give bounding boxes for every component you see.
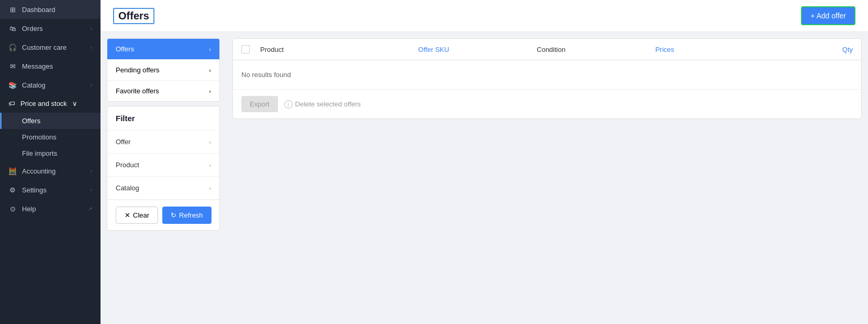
sidebar-item-price-and-stock[interactable]: 🏷 Price and stock ∨: [0, 94, 101, 113]
mail-icon: ✉: [8, 62, 17, 70]
submenu-item-label: Favorite offers: [116, 87, 159, 95]
clear-button[interactable]: ✕ Clear: [116, 207, 158, 224]
sidebar-item-messages[interactable]: ✉ Messages: [0, 57, 101, 75]
submenu-item-label: Pending offers: [116, 66, 160, 74]
sidebar: ⊞ Dashboard 🛍 Orders › 🎧 Customer care ›…: [0, 0, 101, 324]
sidebar-item-catalog[interactable]: 📚 Catalog ›: [0, 75, 101, 94]
x-icon: ✕: [125, 211, 130, 219]
book-icon: 📚: [8, 81, 17, 89]
chevron-right-icon: ›: [91, 26, 92, 31]
sidebar-item-accounting[interactable]: 🧮 Accounting ›: [0, 161, 101, 180]
filter-section-label: Offer: [116, 138, 131, 146]
sidebar-item-label: Accounting: [22, 167, 85, 175]
chevron-right-icon: ›: [91, 168, 92, 174]
sidebar-item-label: Dashboard: [22, 6, 92, 14]
info-icon: i: [284, 100, 293, 109]
column-product: Product: [260, 46, 418, 53]
table-header: Product Offer SKU Condition Prices Qty: [233, 39, 861, 60]
filter-section-label: Catalog: [116, 184, 139, 192]
shopping-bag-icon: 🛍: [8, 24, 17, 33]
sidebar-item-label: Messages: [22, 62, 92, 70]
submenu-item-offers[interactable]: Offers ›: [107, 39, 219, 60]
sidebar-item-help[interactable]: ⊙ Help ↗: [0, 199, 101, 218]
chevron-right-icon: ›: [209, 67, 211, 73]
headphones-icon: 🎧: [8, 43, 17, 51]
sidebar-item-label: Price and stock: [20, 100, 67, 107]
chevron-right-icon: ›: [209, 88, 211, 94]
chevron-right-icon: ›: [209, 46, 211, 52]
sidebar-item-label: Help: [22, 205, 83, 213]
chevron-right-icon: ›: [209, 185, 211, 191]
main-content: Offers + Add offer Offers › Pending offe…: [101, 0, 868, 324]
help-circle-icon: ⊙: [8, 204, 17, 213]
submenu-item-favorite-offers[interactable]: Favorite offers ›: [107, 81, 219, 101]
filter-section-offer[interactable]: Offer ›: [107, 131, 219, 154]
column-offer-sku[interactable]: Offer SKU: [418, 46, 537, 53]
sidebar-item-label: Catalog: [22, 81, 85, 89]
chevron-right-icon: ›: [91, 187, 92, 193]
sidebar-item-label: File imports: [22, 149, 57, 157]
chevron-right-icon: ›: [91, 82, 92, 88]
sidebar-item-customer-care[interactable]: 🎧 Customer care ›: [0, 38, 101, 57]
submenu-card: Offers › Pending offers › Favorite offer…: [107, 38, 220, 102]
delete-selected-label: i Delete selected offers: [284, 100, 361, 109]
chevron-down-icon: ∨: [72, 100, 77, 107]
left-panel: Offers › Pending offers › Favorite offer…: [101, 32, 226, 324]
offers-table: Product Offer SKU Condition Prices Qty N…: [232, 38, 862, 119]
add-offer-button[interactable]: + Add offer: [801, 6, 855, 25]
sidebar-item-label: Promotions: [22, 133, 57, 141]
select-all-checkbox-container[interactable]: [241, 45, 260, 53]
column-condition: Condition: [537, 46, 655, 53]
select-all-checkbox[interactable]: [241, 45, 250, 53]
sidebar-item-promotions[interactable]: Promotions: [0, 129, 101, 145]
no-results-message: No results found: [233, 60, 861, 90]
external-link-icon: ↗: [88, 206, 92, 212]
filter-section-product[interactable]: Product ›: [107, 154, 219, 177]
sidebar-item-dashboard[interactable]: ⊞ Dashboard: [0, 0, 101, 19]
filter-section-label: Product: [116, 161, 139, 169]
chevron-right-icon: ›: [91, 45, 92, 50]
sidebar-item-offers[interactable]: Offers: [0, 113, 101, 129]
submenu-item-label: Offers: [116, 45, 134, 53]
chevron-right-icon: ›: [209, 139, 211, 145]
sidebar-item-label: Orders: [22, 25, 85, 33]
filter-section-catalog[interactable]: Catalog ›: [107, 177, 219, 200]
sidebar-item-file-imports[interactable]: File imports: [0, 145, 101, 161]
page-title: Offers: [113, 8, 154, 24]
body-layout: Offers › Pending offers › Favorite offer…: [101, 32, 868, 324]
refresh-icon: ↻: [171, 211, 176, 219]
table-footer: Export i Delete selected offers: [233, 90, 861, 118]
export-button: Export: [241, 96, 278, 112]
chevron-right-icon: ›: [209, 162, 211, 168]
sidebar-item-orders[interactable]: 🛍 Orders ›: [0, 19, 101, 38]
column-prices[interactable]: Prices: [655, 46, 774, 53]
right-panel: Product Offer SKU Condition Prices Qty N…: [226, 32, 868, 324]
filter-card: Filter Offer › Product › Catalog › ✕ Cle…: [107, 106, 220, 231]
page-header: Offers + Add offer: [101, 0, 868, 32]
tag-icon: 🏷: [8, 100, 15, 107]
settings-icon: ⚙: [8, 186, 17, 194]
refresh-button[interactable]: ↻ Refresh: [162, 207, 212, 224]
calculator-icon: 🧮: [8, 167, 17, 175]
filter-title: Filter: [107, 106, 219, 131]
column-qty[interactable]: Qty: [774, 46, 853, 53]
filter-actions: ✕ Clear ↻ Refresh: [107, 200, 219, 230]
submenu-item-pending-offers[interactable]: Pending offers ›: [107, 60, 219, 81]
sidebar-item-settings[interactable]: ⚙ Settings ›: [0, 180, 101, 199]
sidebar-item-label: Settings: [22, 186, 85, 194]
grid-icon: ⊞: [8, 5, 17, 14]
sidebar-item-label: Offers: [22, 117, 40, 125]
sidebar-item-label: Customer care: [22, 44, 85, 51]
